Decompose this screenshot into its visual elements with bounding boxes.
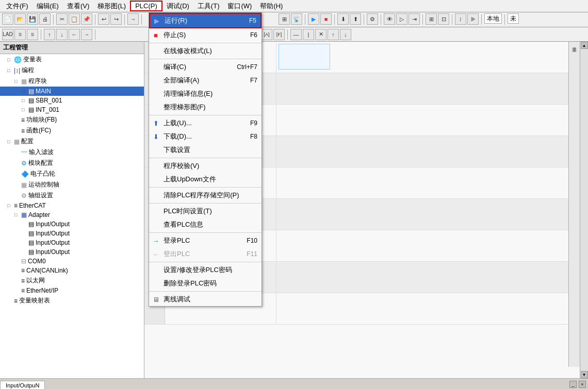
menu-download[interactable]: ⬇ 下载(D)... F8 (149, 130, 262, 143)
lad-s2-icon[interactable]: S (27, 29, 38, 40)
menu-clear-compile[interactable]: 清理编译信息(E) (149, 87, 262, 100)
download-button[interactable]: ⬇ (337, 13, 349, 25)
tree-axis-group[interactable]: ⚙ 轴组设置 (0, 190, 144, 201)
menu-ladder[interactable]: 梯形图(L) (93, 1, 130, 12)
settings-button[interactable]: ⚙ (367, 13, 378, 25)
grid2-button[interactable]: ⊡ (438, 13, 449, 25)
scroll-down[interactable]: ▼ (581, 371, 588, 378)
close-button[interactable]: × (579, 381, 586, 388)
menu-window[interactable]: 窗口(W) (223, 1, 256, 12)
arrow-right2[interactable]: → (81, 29, 92, 40)
menu-organize[interactable]: 整理梯形图(F) (149, 100, 262, 114)
new-button[interactable]: 📄 (2, 13, 13, 25)
menu-login-plc[interactable]: → 登录PLC F10 (149, 234, 262, 247)
cut-button[interactable]: ✂ (56, 13, 68, 25)
bracket-a[interactable]: [A] (261, 29, 272, 40)
copy-button[interactable]: 📋 (69, 13, 80, 25)
menu-compile[interactable]: 编译(C) Ctrl+F7 (149, 60, 262, 74)
paste-button[interactable]: 📌 (81, 13, 92, 25)
tree-io2[interactable]: ▤ Input/Output (0, 229, 144, 238)
arrow-up[interactable]: ↑ (44, 29, 55, 40)
tree-config[interactable]: □ ▦ 配置 (0, 136, 144, 147)
arrow-left2[interactable]: ← (69, 29, 80, 40)
align2-button[interactable]: ⫸ (467, 13, 479, 25)
plc-time-label: PLC时间设置(T) (164, 207, 212, 216)
step-button[interactable]: ⇥ (409, 13, 420, 25)
comm-button[interactable]: 📡 (291, 13, 302, 25)
upload-button[interactable]: ⬆ (350, 13, 361, 25)
tree-adapter[interactable]: □ ▦ Adapter (0, 210, 144, 219)
menu-help[interactable]: 帮助(H) (256, 1, 287, 12)
bracket-f[interactable]: [F] (273, 29, 285, 40)
tree-variable-table[interactable]: □ 🌐 变量表 (0, 54, 144, 65)
tree-ethernetip[interactable]: ≡ EtherNet/IP (0, 286, 144, 295)
lad-icon[interactable]: LAD (2, 29, 13, 40)
menu-plc-time[interactable]: PLC时间设置(T) (149, 205, 262, 218)
minimize-button[interactable]: _ (569, 381, 577, 388)
lad-s-icon[interactable]: S (14, 29, 26, 40)
tree-canlink[interactable]: ≡ CAN(CANLink) (0, 266, 144, 275)
menu-run[interactable]: ▶ 运行(R) F5 (149, 13, 262, 28)
tree-cam[interactable]: 🔷 电子凸轮 (0, 168, 144, 179)
arrow-button[interactable]: → (127, 13, 139, 25)
stop-button[interactable]: ■ (320, 13, 332, 25)
tree-int001[interactable]: □ ▤ INT_001 (0, 105, 144, 114)
menu-verify[interactable]: 程序校验(V) (149, 159, 262, 173)
menu-edit[interactable]: 编辑(E) (32, 1, 63, 12)
redo-button[interactable]: ↪ (110, 13, 122, 25)
scroll-up[interactable]: ▲ (581, 42, 588, 49)
print-button[interactable]: 🖨 (39, 13, 51, 25)
align1-button[interactable]: ⫶ (455, 13, 466, 25)
menu-upload[interactable]: ⬆ 上载(U)... F9 (149, 116, 262, 130)
sep3 (149, 115, 262, 115)
tree-sbr001[interactable]: □ ▤ SBR_001 (0, 96, 144, 105)
menu-set-password[interactable]: 设置/修改登录PLC密码 (149, 263, 262, 277)
hline[interactable]: — (290, 29, 302, 40)
tree-program-block[interactable]: □ ▦ 程序块 (0, 76, 144, 87)
arrow-down2[interactable]: ↓ (340, 29, 351, 40)
menu-view[interactable]: 查看(V) (63, 1, 93, 12)
grid1-button[interactable]: ⊞ (426, 13, 437, 25)
vertical-scrollbar[interactable]: ▲ ▼ (580, 42, 588, 378)
arrow-up2[interactable]: ↑ (328, 29, 339, 40)
menu-file[interactable]: 文件(F) (2, 1, 32, 12)
open-button[interactable]: 📂 (14, 13, 26, 25)
menu-offline-debug[interactable]: 🖥 离线调试 (149, 293, 262, 306)
vline[interactable]: | (303, 29, 314, 40)
tab-input-output[interactable]: Input/OutpuN (0, 381, 45, 389)
menu-online-edit[interactable]: 在线修改模式(L) (149, 44, 262, 58)
tree-module-config[interactable]: ⚙ 模块配置 (0, 158, 144, 168)
play-button[interactable]: ▶ (308, 13, 319, 25)
cross[interactable]: ✕ (315, 29, 326, 40)
menu-download-settings[interactable]: 下载设置 (149, 143, 262, 157)
menu-plc-info[interactable]: 查看PLC信息 (149, 218, 262, 231)
tree-fb[interactable]: ≡ 功能块(FB) (0, 114, 144, 125)
undo-button[interactable]: ↩ (98, 13, 109, 25)
tree-com0[interactable]: ⊟ COM0 (0, 257, 144, 266)
menu-debug[interactable]: 调试(D) (162, 1, 193, 12)
tree-main[interactable]: □ ▤ MAIN (0, 87, 144, 96)
run2-button[interactable]: ▷ (396, 13, 407, 25)
tree-input-filter[interactable]: 〰 输入滤波 (0, 147, 144, 158)
monitor-button[interactable]: 👁 (384, 13, 395, 25)
tree-io3[interactable]: ▤ Input/Output (0, 238, 144, 247)
menu-logout-plc: ← 登出PLC F11 (149, 247, 262, 261)
tree-fc[interactable]: ≡ 函数(FC) (0, 125, 144, 136)
arrow-down[interactable]: ↓ (56, 29, 68, 40)
tree-programming[interactable]: □ |↕| 编程 (0, 65, 144, 76)
menu-stop[interactable]: ■ 停止(S) F6 (149, 28, 262, 42)
save-button[interactable]: 💾 (27, 13, 38, 25)
tree-motion-axis[interactable]: ▦ 运动控制轴 (0, 179, 144, 190)
tree-ethercat[interactable]: □ ≡ EtherCAT (0, 201, 144, 210)
network-button[interactable]: ⊞ (279, 13, 290, 25)
tree-io1[interactable]: ▤ Input/Output (0, 219, 144, 229)
tree-var-map[interactable]: ≡ 变量映射表 (0, 295, 144, 306)
tree-ethernet[interactable]: ≡ 以太网 (0, 275, 144, 286)
menu-compile-all[interactable]: 全部编译(A) F7 (149, 74, 262, 87)
menu-delete-password[interactable]: 删除登录PLC密码 (149, 277, 262, 290)
menu-upload-updown[interactable]: 上载UpDown文件 (149, 173, 262, 186)
menu-tools[interactable]: 工具(T) (193, 1, 224, 12)
menu-plc[interactable]: PLC(P) (130, 1, 162, 11)
tree-io4[interactable]: ▤ Input/Output (0, 247, 144, 257)
menu-clear-plc[interactable]: 清除PLC程序存储空间(P) (149, 189, 262, 202)
